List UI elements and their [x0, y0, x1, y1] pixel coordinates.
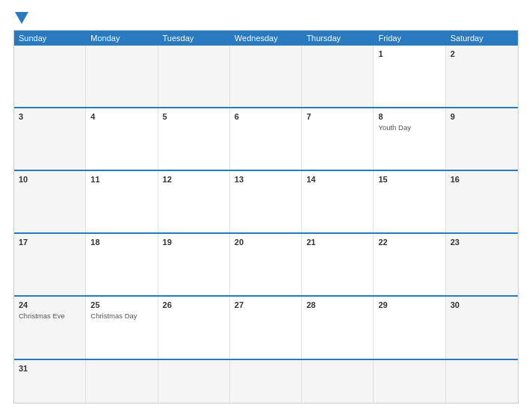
- day-cell: [86, 360, 158, 403]
- day-cell: 12: [158, 171, 230, 232]
- day-cell: [302, 360, 374, 403]
- day-number: 31: [19, 364, 81, 373]
- header-tuesday: Tuesday: [158, 31, 230, 46]
- logo-flag-icon: [15, 12, 28, 24]
- day-number: 30: [451, 300, 513, 309]
- day-number: 17: [19, 238, 81, 247]
- day-cell: 3: [14, 108, 86, 170]
- header-thursday: Thursday: [302, 31, 374, 46]
- day-cell: 24Christmas Eve: [14, 297, 86, 358]
- day-number: 22: [378, 238, 440, 247]
- day-number: 13: [235, 175, 297, 184]
- day-cell: 22: [374, 234, 445, 295]
- day-cell: 7: [302, 108, 374, 170]
- day-number: 25: [90, 300, 152, 309]
- day-cell: 28: [302, 297, 374, 358]
- day-number: 20: [235, 238, 297, 247]
- day-number: 28: [306, 300, 368, 309]
- week-row-2: 10111213141516: [14, 170, 518, 232]
- day-cell: 13: [230, 171, 302, 232]
- day-cell: [302, 46, 374, 107]
- day-cell: 18: [86, 234, 158, 295]
- day-number: 21: [306, 238, 368, 247]
- day-cell: 21: [302, 234, 374, 295]
- day-number: 23: [451, 238, 513, 247]
- day-number: 3: [19, 112, 81, 121]
- day-cell: 10: [14, 171, 86, 232]
- day-number: 5: [163, 112, 225, 121]
- header-monday: Monday: [86, 31, 158, 46]
- header-saturday: Saturday: [446, 31, 518, 46]
- day-event: Christmas Eve: [19, 312, 81, 321]
- day-cell: 9: [446, 108, 518, 170]
- day-cell: 20: [230, 234, 302, 295]
- day-number: 8: [378, 112, 440, 121]
- day-number: 16: [451, 175, 513, 184]
- day-cell: 4: [86, 108, 158, 170]
- day-cell: [230, 360, 302, 403]
- header: [13, 12, 519, 24]
- day-cell: 19: [158, 234, 230, 295]
- day-cell: 14: [302, 171, 374, 232]
- day-cell: 6: [230, 108, 302, 170]
- day-number: 1: [378, 49, 440, 58]
- calendar-page: Sunday Monday Tuesday Wednesday Thursday…: [0, 0, 532, 411]
- week-row-3: 17181920212223: [14, 232, 518, 295]
- day-event: Youth Day: [378, 123, 440, 132]
- day-cell: 26: [158, 297, 230, 358]
- day-number: 2: [451, 49, 513, 58]
- day-cell: 17: [14, 234, 86, 295]
- day-cell: 23: [446, 234, 518, 295]
- week-row-0: 12: [14, 46, 518, 107]
- day-number: 14: [306, 175, 368, 184]
- day-cell: [14, 46, 86, 107]
- day-cell: 15: [374, 171, 445, 232]
- day-number: 11: [90, 175, 152, 184]
- day-cell: 16: [446, 171, 518, 232]
- day-cell: [446, 360, 518, 403]
- day-cell: 25Christmas Day: [86, 297, 158, 358]
- day-cell: 8Youth Day: [374, 108, 445, 170]
- header-sunday: Sunday: [14, 31, 86, 46]
- day-cell: [158, 360, 230, 403]
- week-row-5: 31: [14, 359, 518, 403]
- day-number: 27: [235, 300, 297, 309]
- day-number: 24: [19, 300, 81, 309]
- day-cell: [230, 46, 302, 107]
- week-row-1: 345678Youth Day9: [14, 107, 518, 170]
- day-number: 26: [163, 300, 225, 309]
- day-event: Christmas Day: [90, 312, 152, 321]
- day-cell: 31: [14, 360, 86, 403]
- header-wednesday: Wednesday: [230, 31, 302, 46]
- day-cell: [374, 360, 445, 403]
- day-cell: 5: [158, 108, 230, 170]
- day-cell: 30: [446, 297, 518, 358]
- day-number: 29: [378, 300, 440, 309]
- day-cell: 2: [446, 46, 518, 107]
- day-number: 7: [306, 112, 368, 121]
- day-cell: 1: [374, 46, 445, 107]
- day-number: 6: [235, 112, 297, 121]
- day-number: 4: [90, 112, 152, 121]
- days-header-row: Sunday Monday Tuesday Wednesday Thursday…: [14, 31, 518, 46]
- day-cell: 27: [230, 297, 302, 358]
- day-cell: 29: [374, 297, 445, 358]
- calendar-body: 12345678Youth Day91011121314151617181920…: [14, 46, 518, 403]
- day-number: 9: [451, 112, 513, 121]
- calendar-grid: Sunday Monday Tuesday Wednesday Thursday…: [13, 30, 519, 404]
- header-friday: Friday: [374, 31, 445, 46]
- day-number: 10: [19, 175, 81, 184]
- day-cell: 11: [86, 171, 158, 232]
- day-number: 15: [378, 175, 440, 184]
- week-row-4: 24Christmas Eve25Christmas Day2627282930: [14, 295, 518, 358]
- day-number: 19: [163, 238, 225, 247]
- day-number: 18: [90, 238, 152, 247]
- day-cell: [158, 46, 230, 107]
- logo: [13, 12, 28, 24]
- svg-marker-0: [15, 12, 28, 24]
- day-number: 12: [163, 175, 225, 184]
- day-cell: [86, 46, 158, 107]
